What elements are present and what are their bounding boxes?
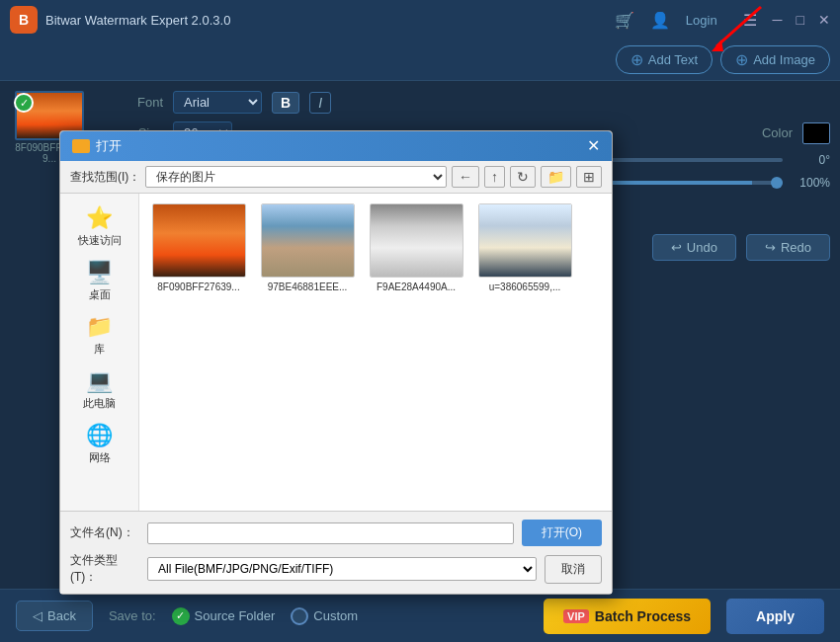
custom-label: Custom (313, 608, 358, 623)
dialog-body: ⭐ 快速访问 🖥️ 桌面 📁 库 💻 此电脑 🌐 网络 (60, 194, 612, 511)
svg-marker-1 (712, 40, 723, 51)
redo-button[interactable]: ↪ Redo (746, 234, 830, 261)
close-button[interactable]: ✕ (818, 12, 830, 28)
filetype-label: 文件类型(T)： (70, 552, 139, 586)
file-thumbnail (152, 203, 246, 278)
save-to-label: Save to: (109, 608, 156, 623)
login-button[interactable]: Login (686, 13, 717, 28)
thispc-icon: 💻 (86, 368, 113, 394)
library-icon: 📁 (86, 314, 113, 340)
thispc-label: 此电脑 (83, 396, 116, 411)
back-button[interactable]: ◁ Back (16, 601, 93, 631)
sidebar-item-desktop[interactable]: 🖥️ 桌面 (65, 256, 134, 306)
font-label: Font (109, 95, 163, 110)
opacity-value: 100% (793, 176, 830, 190)
cancel-button[interactable]: 取消 (545, 555, 602, 584)
sidebar-item-quickaccess[interactable]: ⭐ 快速访问 (65, 201, 134, 252)
title-bar-icons: 🛒 👤 Login ☰ (615, 11, 757, 30)
search-range-label: 查找范围(I)： (70, 169, 140, 186)
dialog-folder-icon (72, 139, 90, 153)
app-logo: B (10, 6, 38, 34)
source-folder-label: Source Folder (195, 608, 276, 623)
undo-button[interactable]: ↩ Undo (652, 234, 736, 261)
menu-icon[interactable]: ☰ (743, 11, 757, 30)
quickaccess-icon: ⭐ (86, 205, 113, 231)
bold-button[interactable]: B (272, 92, 299, 114)
font-select[interactable]: Arial (173, 91, 262, 114)
back-nav-button[interactable]: ← (452, 166, 479, 188)
app-title: Bitwar Watermark Expert 2.0.3.0 (45, 13, 615, 28)
window-controls: ─ □ ✕ (773, 12, 830, 28)
open-button[interactable]: 打开(O) (522, 520, 602, 546)
desktop-label: 桌面 (89, 287, 111, 302)
file-thumbnail (370, 203, 463, 278)
desktop-icon: 🖥️ (86, 260, 113, 285)
source-folder-option: ✓ Source Folder (172, 607, 276, 625)
cart-icon[interactable]: 🛒 (615, 11, 634, 30)
forward-nav-button[interactable]: ↑ (484, 166, 505, 188)
plus-icon-2: ⊕ (735, 50, 748, 69)
main-area: ✓ 8F090BFF27639... Font Arial B I Size 3… (0, 81, 840, 589)
rotate-value: 0° (793, 153, 830, 167)
apply-button[interactable]: Apply (726, 599, 824, 634)
user-icon[interactable]: 👤 (650, 11, 670, 30)
list-item[interactable]: u=386065599,... (475, 203, 574, 292)
source-folder-check-icon: ✓ (172, 607, 190, 625)
batch-process-button[interactable]: VIP Batch Process (544, 599, 711, 634)
list-item[interactable]: F9AE28A4490A... (367, 203, 465, 292)
add-text-button[interactable]: ⊕ Add Text (616, 45, 713, 74)
list-item[interactable]: 8F090BFF27639... (149, 203, 248, 292)
dialog-content: 8F090BFF27639... 97BE46881EEE... F9AE28A… (139, 194, 612, 511)
portrait-image (262, 204, 354, 277)
file-label: 97BE46881EEE... (268, 281, 348, 292)
italic-button[interactable]: I (309, 92, 331, 114)
maximize-button[interactable]: □ (797, 12, 804, 28)
file-thumbnail (478, 203, 572, 278)
dialog-title-left: 打开 (72, 137, 122, 155)
thumbnail-check-badge: ✓ (14, 93, 34, 113)
batch-icon: VIP (563, 609, 589, 623)
filename-label: 文件名(N)： (70, 524, 139, 541)
dialog-close-button[interactable]: ✕ (587, 138, 600, 154)
filename-input[interactable] (147, 522, 514, 544)
file-label: 8F090BFF27639... (157, 281, 239, 292)
main-toolbar: ⊕ Add Text ⊕ Add Image (0, 40, 840, 81)
plus-icon: ⊕ (630, 50, 643, 69)
bottom-bar: ◁ Back Save to: ✓ Source Folder Custom V… (0, 589, 840, 642)
quickaccess-label: 快速访问 (78, 233, 122, 248)
sidebar-item-network[interactable]: 🌐 网络 (65, 419, 134, 469)
file-label: F9AE28A4490A... (377, 281, 456, 292)
minimize-button[interactable]: ─ (773, 12, 783, 28)
dialog-title: 打开 (96, 137, 122, 155)
back-icon: ◁ (33, 608, 42, 623)
filetype-select[interactable]: All File(BMF/JPG/PNG/Exif/TIFF) (147, 557, 537, 581)
network-label: 网络 (89, 450, 111, 465)
file-thumbnail (261, 203, 355, 278)
color-picker[interactable] (802, 122, 830, 144)
new-folder-button[interactable]: 📁 (541, 166, 571, 188)
dialog-path-select[interactable]: 保存的图片 (145, 166, 447, 188)
list-item[interactable]: 97BE46881EEE... (258, 203, 357, 292)
sidebar-item-thispc[interactable]: 💻 此电脑 (65, 364, 134, 415)
dialog-toolbar: 查找范围(I)： 保存的图片 ← ↑ ↻ 📁 ⊞ (60, 161, 612, 194)
redo-icon: ↪ (765, 240, 776, 255)
library-label: 库 (94, 342, 105, 357)
sunset-image (153, 204, 245, 277)
dialog-footer: 文件名(N)： 打开(O) 文件类型(T)： All File(BMF/JPG/… (60, 511, 612, 594)
refresh-nav-button[interactable]: ↻ (510, 166, 536, 188)
view-mode-button[interactable]: ⊞ (576, 166, 602, 188)
dialog-titlebar: 打开 ✕ (60, 131, 612, 161)
sidebar-item-library[interactable]: 📁 库 (65, 310, 134, 361)
filename-row: 文件名(N)： 打开(O) (70, 520, 602, 546)
add-image-button[interactable]: ⊕ Add Image (720, 45, 830, 74)
dialog-sidebar: ⭐ 快速访问 🖥️ 桌面 📁 库 💻 此电脑 🌐 网络 (60, 194, 139, 511)
font-row: Font Arial B I (109, 91, 830, 114)
custom-option: Custom (291, 607, 358, 625)
filetype-row: 文件类型(T)： All File(BMF/JPG/PNG/Exif/TIFF)… (70, 552, 602, 586)
file-dialog: 打开 ✕ 查找范围(I)： 保存的图片 ← ↑ ↻ 📁 ⊞ ⭐ 快速访问 (59, 130, 613, 595)
woman-image (479, 204, 571, 277)
cat-image (371, 204, 462, 277)
custom-radio[interactable] (291, 607, 308, 625)
file-label: u=386065599,... (489, 281, 561, 292)
color-label: Color (762, 125, 793, 140)
